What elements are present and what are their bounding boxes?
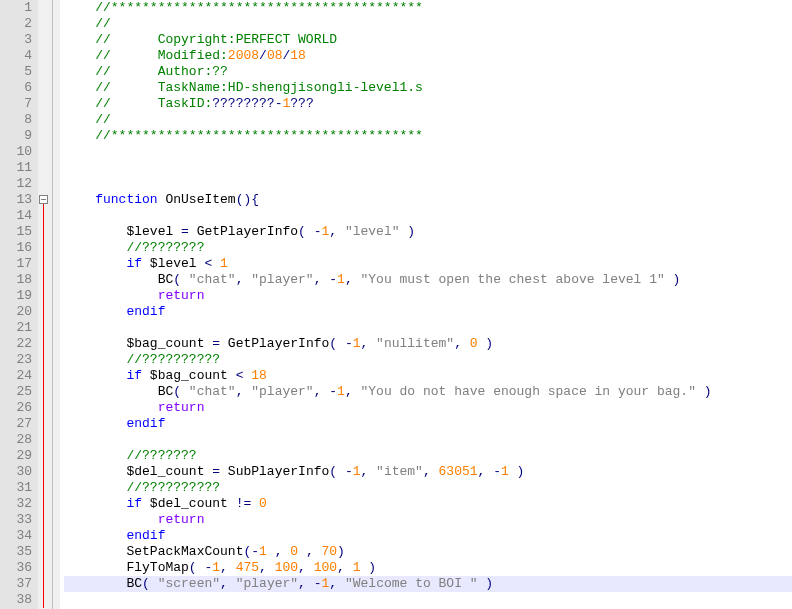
line-number: 34 <box>0 528 32 544</box>
code-line[interactable]: endif <box>64 304 792 320</box>
code-line[interactable]: return <box>64 288 792 304</box>
code-line[interactable]: $del_count = SubPlayerInfo( -1, "item", … <box>64 464 792 480</box>
line-number: 15 <box>0 224 32 240</box>
line-number: 13 <box>0 192 32 208</box>
line-number: 30 <box>0 464 32 480</box>
line-number: 2 <box>0 16 32 32</box>
line-number: 25 <box>0 384 32 400</box>
line-number: 3 <box>0 32 32 48</box>
code-line[interactable]: // Author:?? <box>64 64 792 80</box>
line-number: 18 <box>0 272 32 288</box>
code-line[interactable]: //**************************************… <box>64 128 792 144</box>
code-line[interactable]: // <box>64 16 792 32</box>
code-line[interactable]: // TaskName:HD-shengjisongli-level1.s <box>64 80 792 96</box>
line-number: 5 <box>0 64 32 80</box>
code-line[interactable]: // TaskID:????????-1??? <box>64 96 792 112</box>
line-number: 31 <box>0 480 32 496</box>
fold-guide <box>43 204 44 608</box>
code-line[interactable] <box>64 320 792 336</box>
code-line[interactable]: endif <box>64 528 792 544</box>
code-line[interactable]: // <box>64 112 792 128</box>
line-number: 4 <box>0 48 32 64</box>
line-number: 20 <box>0 304 32 320</box>
code-line[interactable]: $bag_count = GetPlayerInfo( -1, "nullite… <box>64 336 792 352</box>
fold-column[interactable] <box>38 0 52 609</box>
code-line[interactable] <box>64 160 792 176</box>
line-number: 16 <box>0 240 32 256</box>
code-line[interactable]: return <box>64 512 792 528</box>
line-number: 19 <box>0 288 32 304</box>
code-line[interactable] <box>64 144 792 160</box>
fold-toggle-icon[interactable] <box>39 195 48 204</box>
line-number: 33 <box>0 512 32 528</box>
margin-column <box>52 0 60 609</box>
code-line[interactable]: //?????????? <box>64 480 792 496</box>
code-line[interactable]: // Copyright:PERFECT WORLD <box>64 32 792 48</box>
code-line[interactable]: endif <box>64 416 792 432</box>
line-number: 14 <box>0 208 32 224</box>
line-number: 8 <box>0 112 32 128</box>
line-number: 36 <box>0 560 32 576</box>
code-line[interactable] <box>64 432 792 448</box>
line-number: 37 <box>0 576 32 592</box>
line-number: 12 <box>0 176 32 192</box>
code-line[interactable]: if $del_count != 0 <box>64 496 792 512</box>
line-number-gutter: 1234567891011121314151617181920212223242… <box>0 0 38 609</box>
line-number: 38 <box>0 592 32 608</box>
code-line[interactable]: if $level < 1 <box>64 256 792 272</box>
code-line[interactable] <box>64 592 792 608</box>
code-line[interactable]: if $bag_count < 18 <box>64 368 792 384</box>
line-number: 11 <box>0 160 32 176</box>
line-number: 29 <box>0 448 32 464</box>
line-number: 28 <box>0 432 32 448</box>
line-number: 21 <box>0 320 32 336</box>
code-line[interactable]: return <box>64 400 792 416</box>
code-area[interactable]: //**************************************… <box>60 0 792 609</box>
line-number: 1 <box>0 0 32 16</box>
code-line[interactable]: FlyToMap( -1, 475, 100, 100, 1 ) <box>64 560 792 576</box>
line-number: 26 <box>0 400 32 416</box>
line-number: 10 <box>0 144 32 160</box>
code-line[interactable]: //??????? <box>64 448 792 464</box>
code-line[interactable]: BC( "chat", "player", -1, "You do not ha… <box>64 384 792 400</box>
line-number: 6 <box>0 80 32 96</box>
code-line[interactable] <box>64 176 792 192</box>
line-number: 27 <box>0 416 32 432</box>
line-number: 35 <box>0 544 32 560</box>
line-number: 17 <box>0 256 32 272</box>
line-number: 23 <box>0 352 32 368</box>
code-line[interactable]: // Modified:2008/08/18 <box>64 48 792 64</box>
code-line[interactable]: //?????????? <box>64 352 792 368</box>
code-editor[interactable]: 1234567891011121314151617181920212223242… <box>0 0 792 609</box>
line-number: 7 <box>0 96 32 112</box>
code-line[interactable] <box>64 208 792 224</box>
code-line[interactable]: $level = GetPlayerInfo( -1, "level" ) <box>64 224 792 240</box>
code-line[interactable]: BC( "chat", "player", -1, "You must open… <box>64 272 792 288</box>
code-line[interactable]: SetPackMaxCount(-1 , 0 , 70) <box>64 544 792 560</box>
code-line[interactable]: //**************************************… <box>64 0 792 16</box>
line-number: 32 <box>0 496 32 512</box>
line-number: 9 <box>0 128 32 144</box>
code-line[interactable]: BC( "screen", "player", -1, "Welcome to … <box>64 576 792 592</box>
line-number: 22 <box>0 336 32 352</box>
code-line[interactable]: function OnUseItem(){ <box>64 192 792 208</box>
code-line[interactable]: //???????? <box>64 240 792 256</box>
line-number: 24 <box>0 368 32 384</box>
